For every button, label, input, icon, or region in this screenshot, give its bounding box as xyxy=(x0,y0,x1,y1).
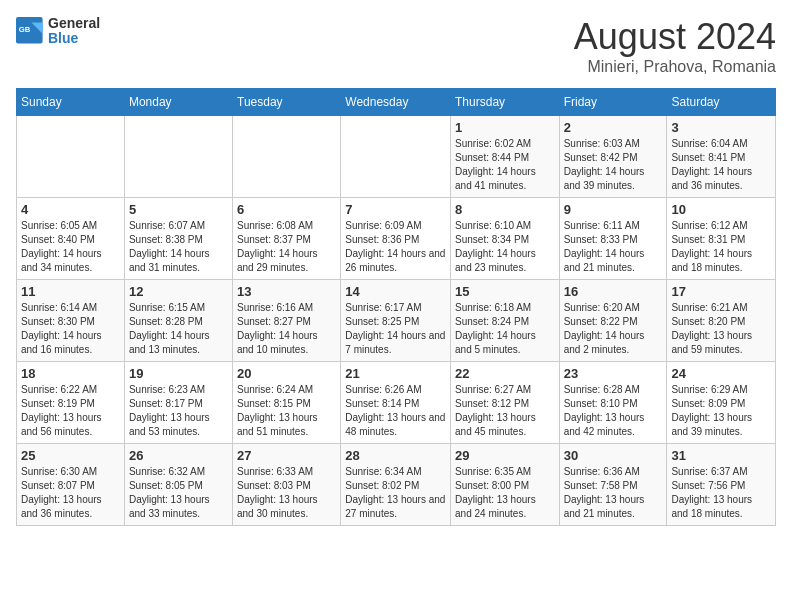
title-area: August 2024 Minieri, Prahova, Romania xyxy=(574,16,776,76)
week-row-4: 25Sunrise: 6:30 AM Sunset: 8:07 PM Dayli… xyxy=(17,444,776,526)
day-info: Sunrise: 6:23 AM Sunset: 8:17 PM Dayligh… xyxy=(129,383,228,439)
day-number: 29 xyxy=(455,448,555,463)
weekday-header-saturday: Saturday xyxy=(667,89,776,116)
day-info: Sunrise: 6:33 AM Sunset: 8:03 PM Dayligh… xyxy=(237,465,336,521)
calendar-cell: 12Sunrise: 6:15 AM Sunset: 8:28 PM Dayli… xyxy=(124,280,232,362)
day-number: 4 xyxy=(21,202,120,217)
day-number: 11 xyxy=(21,284,120,299)
day-info: Sunrise: 6:27 AM Sunset: 8:12 PM Dayligh… xyxy=(455,383,555,439)
week-row-1: 4Sunrise: 6:05 AM Sunset: 8:40 PM Daylig… xyxy=(17,198,776,280)
day-info: Sunrise: 6:09 AM Sunset: 8:36 PM Dayligh… xyxy=(345,219,446,275)
day-info: Sunrise: 6:37 AM Sunset: 7:56 PM Dayligh… xyxy=(671,465,771,521)
day-info: Sunrise: 6:34 AM Sunset: 8:02 PM Dayligh… xyxy=(345,465,446,521)
week-row-0: 1Sunrise: 6:02 AM Sunset: 8:44 PM Daylig… xyxy=(17,116,776,198)
day-number: 2 xyxy=(564,120,663,135)
calendar-cell: 19Sunrise: 6:23 AM Sunset: 8:17 PM Dayli… xyxy=(124,362,232,444)
day-number: 12 xyxy=(129,284,228,299)
day-number: 9 xyxy=(564,202,663,217)
calendar-subtitle: Minieri, Prahova, Romania xyxy=(574,58,776,76)
day-number: 10 xyxy=(671,202,771,217)
calendar-cell xyxy=(341,116,451,198)
day-number: 22 xyxy=(455,366,555,381)
weekday-header-row: SundayMondayTuesdayWednesdayThursdayFrid… xyxy=(17,89,776,116)
weekday-header-tuesday: Tuesday xyxy=(233,89,341,116)
day-info: Sunrise: 6:16 AM Sunset: 8:27 PM Dayligh… xyxy=(237,301,336,357)
day-number: 1 xyxy=(455,120,555,135)
day-number: 16 xyxy=(564,284,663,299)
calendar-cell: 24Sunrise: 6:29 AM Sunset: 8:09 PM Dayli… xyxy=(667,362,776,444)
day-info: Sunrise: 6:07 AM Sunset: 8:38 PM Dayligh… xyxy=(129,219,228,275)
logo-text: General Blue xyxy=(48,16,100,47)
calendar-cell: 16Sunrise: 6:20 AM Sunset: 8:22 PM Dayli… xyxy=(559,280,667,362)
calendar-cell: 25Sunrise: 6:30 AM Sunset: 8:07 PM Dayli… xyxy=(17,444,125,526)
day-info: Sunrise: 6:12 AM Sunset: 8:31 PM Dayligh… xyxy=(671,219,771,275)
day-number: 8 xyxy=(455,202,555,217)
day-info: Sunrise: 6:03 AM Sunset: 8:42 PM Dayligh… xyxy=(564,137,663,193)
day-number: 20 xyxy=(237,366,336,381)
day-number: 7 xyxy=(345,202,446,217)
day-info: Sunrise: 6:22 AM Sunset: 8:19 PM Dayligh… xyxy=(21,383,120,439)
calendar-cell: 8Sunrise: 6:10 AM Sunset: 8:34 PM Daylig… xyxy=(451,198,560,280)
calendar-cell: 2Sunrise: 6:03 AM Sunset: 8:42 PM Daylig… xyxy=(559,116,667,198)
weekday-header-monday: Monday xyxy=(124,89,232,116)
calendar-cell: 30Sunrise: 6:36 AM Sunset: 7:58 PM Dayli… xyxy=(559,444,667,526)
day-number: 21 xyxy=(345,366,446,381)
calendar-cell: 21Sunrise: 6:26 AM Sunset: 8:14 PM Dayli… xyxy=(341,362,451,444)
weekday-header-thursday: Thursday xyxy=(451,89,560,116)
day-info: Sunrise: 6:10 AM Sunset: 8:34 PM Dayligh… xyxy=(455,219,555,275)
day-number: 31 xyxy=(671,448,771,463)
calendar-cell: 10Sunrise: 6:12 AM Sunset: 8:31 PM Dayli… xyxy=(667,198,776,280)
calendar-cell: 27Sunrise: 6:33 AM Sunset: 8:03 PM Dayli… xyxy=(233,444,341,526)
calendar-cell: 22Sunrise: 6:27 AM Sunset: 8:12 PM Dayli… xyxy=(451,362,560,444)
calendar-cell: 9Sunrise: 6:11 AM Sunset: 8:33 PM Daylig… xyxy=(559,198,667,280)
weekday-header-wednesday: Wednesday xyxy=(341,89,451,116)
calendar-cell: 15Sunrise: 6:18 AM Sunset: 8:24 PM Dayli… xyxy=(451,280,560,362)
calendar-cell: 6Sunrise: 6:08 AM Sunset: 8:37 PM Daylig… xyxy=(233,198,341,280)
calendar-cell: 18Sunrise: 6:22 AM Sunset: 8:19 PM Dayli… xyxy=(17,362,125,444)
day-number: 14 xyxy=(345,284,446,299)
day-number: 17 xyxy=(671,284,771,299)
day-info: Sunrise: 6:08 AM Sunset: 8:37 PM Dayligh… xyxy=(237,219,336,275)
calendar-cell: 23Sunrise: 6:28 AM Sunset: 8:10 PM Dayli… xyxy=(559,362,667,444)
day-number: 26 xyxy=(129,448,228,463)
day-info: Sunrise: 6:30 AM Sunset: 8:07 PM Dayligh… xyxy=(21,465,120,521)
calendar-cell: 13Sunrise: 6:16 AM Sunset: 8:27 PM Dayli… xyxy=(233,280,341,362)
calendar-cell: 28Sunrise: 6:34 AM Sunset: 8:02 PM Dayli… xyxy=(341,444,451,526)
weekday-header-sunday: Sunday xyxy=(17,89,125,116)
header: GB General Blue August 2024 Minieri, Pra… xyxy=(16,16,776,76)
calendar-cell: 3Sunrise: 6:04 AM Sunset: 8:41 PM Daylig… xyxy=(667,116,776,198)
day-info: Sunrise: 6:02 AM Sunset: 8:44 PM Dayligh… xyxy=(455,137,555,193)
calendar-table: SundayMondayTuesdayWednesdayThursdayFrid… xyxy=(16,88,776,526)
calendar-cell: 4Sunrise: 6:05 AM Sunset: 8:40 PM Daylig… xyxy=(17,198,125,280)
day-number: 27 xyxy=(237,448,336,463)
day-info: Sunrise: 6:20 AM Sunset: 8:22 PM Dayligh… xyxy=(564,301,663,357)
weekday-header-friday: Friday xyxy=(559,89,667,116)
day-number: 18 xyxy=(21,366,120,381)
day-info: Sunrise: 6:36 AM Sunset: 7:58 PM Dayligh… xyxy=(564,465,663,521)
day-info: Sunrise: 6:21 AM Sunset: 8:20 PM Dayligh… xyxy=(671,301,771,357)
calendar-cell xyxy=(124,116,232,198)
calendar-cell: 5Sunrise: 6:07 AM Sunset: 8:38 PM Daylig… xyxy=(124,198,232,280)
day-info: Sunrise: 6:26 AM Sunset: 8:14 PM Dayligh… xyxy=(345,383,446,439)
logo: GB General Blue xyxy=(16,16,100,47)
day-info: Sunrise: 6:14 AM Sunset: 8:30 PM Dayligh… xyxy=(21,301,120,357)
day-number: 30 xyxy=(564,448,663,463)
day-number: 5 xyxy=(129,202,228,217)
day-number: 25 xyxy=(21,448,120,463)
day-info: Sunrise: 6:35 AM Sunset: 8:00 PM Dayligh… xyxy=(455,465,555,521)
day-info: Sunrise: 6:29 AM Sunset: 8:09 PM Dayligh… xyxy=(671,383,771,439)
calendar-cell xyxy=(233,116,341,198)
svg-text:GB: GB xyxy=(19,26,31,35)
day-number: 6 xyxy=(237,202,336,217)
day-info: Sunrise: 6:04 AM Sunset: 8:41 PM Dayligh… xyxy=(671,137,771,193)
calendar-cell: 7Sunrise: 6:09 AM Sunset: 8:36 PM Daylig… xyxy=(341,198,451,280)
day-number: 3 xyxy=(671,120,771,135)
day-info: Sunrise: 6:05 AM Sunset: 8:40 PM Dayligh… xyxy=(21,219,120,275)
logo-line2: Blue xyxy=(48,31,100,46)
day-number: 24 xyxy=(671,366,771,381)
logo-icon: GB xyxy=(16,17,44,45)
calendar-cell: 29Sunrise: 6:35 AM Sunset: 8:00 PM Dayli… xyxy=(451,444,560,526)
day-number: 28 xyxy=(345,448,446,463)
calendar-cell: 14Sunrise: 6:17 AM Sunset: 8:25 PM Dayli… xyxy=(341,280,451,362)
calendar-cell: 17Sunrise: 6:21 AM Sunset: 8:20 PM Dayli… xyxy=(667,280,776,362)
